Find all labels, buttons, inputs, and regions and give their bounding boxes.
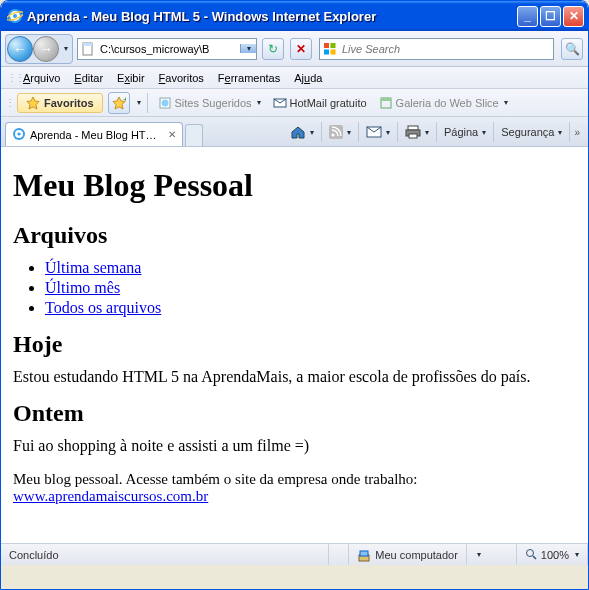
svg-rect-7: [324, 49, 329, 54]
tab-bar: Aprenda - Meu Blog HTML 5 ✕ ▾ ▾ ▾ ▾ Pági…: [1, 117, 588, 147]
svg-line-27: [533, 556, 536, 559]
status-zone: Meu computador: [349, 544, 467, 565]
print-button[interactable]: ▾: [402, 123, 432, 141]
add-fav-dropdown[interactable]: ▾: [137, 98, 141, 107]
svg-rect-3: [83, 43, 92, 46]
address-input[interactable]: [98, 43, 240, 55]
svg-rect-8: [331, 49, 336, 54]
svg-point-17: [13, 128, 25, 140]
window-titlebar: Aprenda - Meu Blog HTML 5 - Windows Inte…: [1, 1, 588, 31]
toolbar-grip[interactable]: ⋮⋮: [7, 72, 13, 83]
tab-active[interactable]: Aprenda - Meu Blog HTML 5 ✕: [5, 122, 183, 146]
safety-menu[interactable]: Segurança▾: [498, 124, 565, 140]
page-viewport: Meu Blog Pessoal Arquivos Última semana …: [1, 147, 588, 543]
menu-ferramentas[interactable]: Ferramentas: [212, 70, 286, 86]
star-icon: [26, 96, 40, 110]
feeds-button[interactable]: ▾: [326, 123, 354, 141]
status-bar: Concluído Meu computador ▾ 100% ▾: [1, 543, 588, 565]
svg-text:+: +: [123, 96, 126, 104]
paragraph-ontem: Fui ao shopping à noite e assisti a um f…: [13, 437, 576, 455]
svg-rect-23: [409, 134, 417, 138]
refresh-button[interactable]: ↻: [262, 38, 284, 60]
search-provider-icon: [323, 42, 337, 56]
tab-label: Aprenda - Meu Blog HTML 5: [30, 129, 160, 141]
search-input[interactable]: [340, 43, 553, 55]
zoom-dropdown[interactable]: ▾: [575, 550, 579, 559]
ie-page-icon: [12, 127, 26, 143]
command-bar: ▾ ▾ ▾ ▾ Página▾ Segurança▾ »: [287, 122, 584, 146]
protectedmode-dropdown[interactable]: ▾: [477, 550, 481, 559]
svg-point-26: [526, 549, 533, 556]
back-button[interactable]: ←: [7, 36, 33, 62]
archive-list: Última semana Último mês Todos os arquiv…: [45, 259, 576, 317]
search-go-button[interactable]: 🔍: [561, 38, 583, 60]
status-protected-cell: ▾: [467, 544, 517, 565]
tab-close-icon[interactable]: ✕: [168, 129, 176, 140]
svg-rect-16: [381, 98, 391, 101]
list-item: Todos os arquivos: [45, 299, 576, 317]
link-ultima-semana[interactable]: Última semana: [45, 259, 141, 276]
page-h1: Meu Blog Pessoal: [13, 167, 576, 204]
favbar-webslice[interactable]: Galeria do Web Slice▾: [375, 94, 512, 112]
link-ultimo-mes[interactable]: Último mês: [45, 279, 120, 296]
address-dropdown[interactable]: ▾: [240, 44, 256, 53]
svg-rect-21: [408, 126, 418, 130]
paragraph-hoje: Estou estudando HTML 5 na AprendaMais, a…: [13, 368, 576, 386]
page-menu[interactable]: Página▾: [441, 124, 489, 140]
page-icon: [80, 41, 96, 57]
menu-editar[interactable]: Editar: [68, 70, 109, 86]
footer-text: Meu blog pessoal. Acesse também o site d…: [13, 471, 417, 487]
link-todos-arquivos[interactable]: Todos os arquivos: [45, 299, 161, 316]
favorites-label: Favoritos: [44, 97, 94, 109]
home-button[interactable]: ▾: [287, 122, 317, 142]
svg-point-19: [331, 134, 334, 137]
forward-button[interactable]: →: [33, 36, 59, 62]
search-bar[interactable]: [319, 38, 554, 60]
section-heading-hoje: Hoje: [13, 331, 576, 358]
section-heading-ontem: Ontem: [13, 400, 576, 427]
svg-marker-9: [27, 97, 39, 109]
svg-rect-25: [360, 551, 368, 556]
command-bar-overflow[interactable]: »: [574, 127, 580, 138]
window-title: Aprenda - Meu Blog HTML 5 - Windows Inte…: [27, 9, 517, 24]
list-item: Último mês: [45, 279, 576, 297]
add-favorite-button[interactable]: +: [108, 92, 130, 114]
stop-button[interactable]: ✕: [290, 38, 312, 60]
section-heading-arquivos: Arquivos: [13, 222, 576, 249]
list-item: Última semana: [45, 259, 576, 277]
maximize-button[interactable]: ☐: [540, 6, 561, 27]
close-button[interactable]: ✕: [563, 6, 584, 27]
status-popup-cell: [329, 544, 349, 565]
favorites-button[interactable]: Favoritos: [17, 93, 103, 113]
minimize-button[interactable]: _: [517, 6, 538, 27]
footer-paragraph: Meu blog pessoal. Acesse também o site d…: [13, 471, 576, 505]
svg-rect-5: [324, 43, 329, 48]
status-done: Concluído: [1, 544, 329, 565]
zoom-icon: [525, 548, 537, 562]
favbar-sites-sugeridos[interactable]: Sites Sugeridos▾: [154, 94, 265, 112]
nav-history-dropdown[interactable]: ▾: [61, 44, 71, 53]
footer-link[interactable]: www.aprendamaiscursos.com.br: [13, 488, 208, 504]
menu-ajuda[interactable]: Ajuda: [288, 70, 328, 86]
menu-bar: ⋮⋮ Arquivo Editar Exibir Favoritos Ferra…: [1, 67, 588, 89]
menu-exibir[interactable]: Exibir: [111, 70, 151, 86]
navigation-toolbar: ← → ▾ ▾ ↻ ✕ 🔍: [1, 31, 588, 67]
address-bar[interactable]: ▾: [77, 38, 257, 60]
readmail-button[interactable]: ▾: [363, 123, 393, 141]
zone-icon: [357, 548, 371, 562]
menu-arquivo[interactable]: Arquivo: [17, 70, 66, 86]
menu-favoritos[interactable]: Favoritos: [153, 70, 210, 86]
toolbar-grip[interactable]: ⋮⋮: [5, 97, 11, 108]
status-zoom[interactable]: 100% ▾: [517, 544, 588, 565]
new-tab-button[interactable]: [185, 124, 203, 146]
favbar-hotmail[interactable]: HotMail gratuito: [269, 94, 371, 112]
svg-point-13: [161, 99, 168, 106]
favorites-bar: ⋮⋮ Favoritos + ▾ Sites Sugeridos▾ HotMai…: [1, 89, 588, 117]
ie-logo-icon: [7, 8, 23, 24]
svg-rect-6: [331, 43, 336, 48]
